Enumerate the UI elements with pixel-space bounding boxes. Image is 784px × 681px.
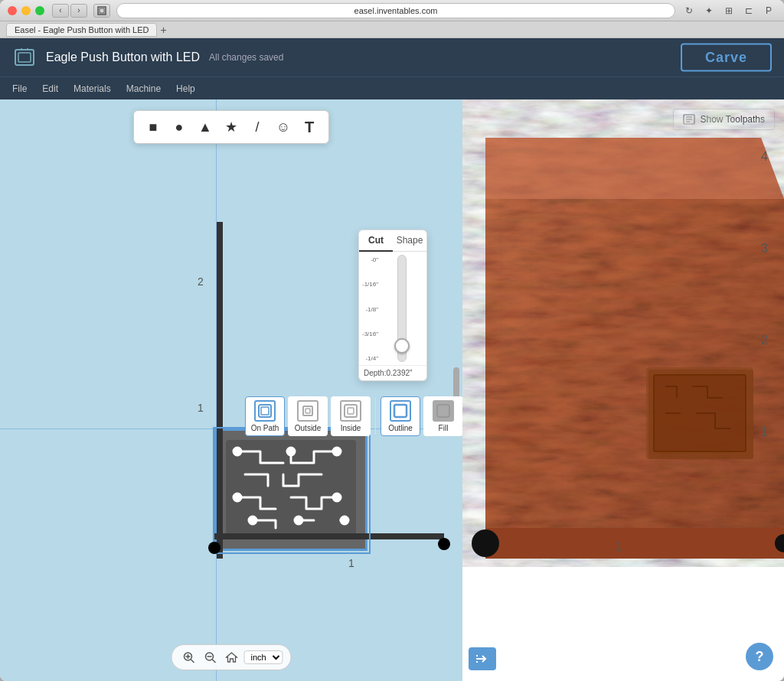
menu-materials[interactable]: Materials: [74, 83, 111, 94]
svg-rect-20: [348, 408, 354, 414]
tab-shape[interactable]: Shape: [393, 230, 426, 251]
drag-handle-right[interactable]: [438, 538, 450, 550]
layers-icon[interactable]: ⊞: [721, 3, 737, 18]
svg-rect-22: [437, 405, 449, 417]
outside-icon: [297, 400, 318, 422]
depth-slider[interactable]: [397, 255, 407, 362]
menu-file[interactable]: File: [12, 83, 27, 94]
maximize-button[interactable]: [35, 6, 44, 15]
path-btn-outline[interactable]: Outline: [381, 396, 420, 436]
transfer-button[interactable]: [469, 647, 496, 670]
minimize-button[interactable]: [21, 6, 31, 15]
on-path-label: On Path: [251, 424, 279, 432]
svg-line-24: [191, 660, 194, 663]
svg-point-10: [234, 494, 241, 501]
browser-tab[interactable]: Easel - Eagle Push Button with LED: [6, 23, 157, 37]
home-button[interactable]: [223, 648, 241, 666]
wood-3d-view: 4 3 2 1 1: [462, 99, 784, 635]
drag-handle-bottom[interactable]: [208, 542, 220, 554]
circuit-svg: [222, 436, 360, 543]
svg-point-9: [333, 448, 341, 455]
window-frame: ‹ › easel.inventables.com ↻ ✦ ⊞ ⊏ P Ease…: [0, 0, 784, 681]
path-selector: On Path Outside Inside: [245, 396, 462, 436]
svg-rect-19: [345, 405, 357, 417]
zoom-out-button[interactable]: [201, 648, 220, 666]
tab-cut[interactable]: Cut: [359, 230, 393, 252]
shape-line[interactable]: /: [246, 116, 269, 138]
shape-circle[interactable]: ●: [168, 116, 191, 138]
menu-machine[interactable]: Machine: [126, 83, 161, 94]
path-btn-fill[interactable]: Fill: [423, 396, 462, 436]
menu-edit[interactable]: Edit: [42, 83, 58, 94]
path-separator: [375, 398, 376, 435]
view-3d: Show Toolpaths: [462, 99, 784, 681]
forward-button[interactable]: ›: [70, 4, 87, 18]
new-tab-button[interactable]: +: [160, 24, 166, 36]
app-logo: [12, 45, 37, 70]
svg-marker-45: [485, 138, 784, 199]
svg-point-8: [287, 448, 295, 455]
project-title: Eagle Push Button with LED: [46, 51, 200, 64]
help-label: ?: [756, 649, 764, 665]
depth-row: Depth: 0.2392 ": [359, 365, 426, 380]
shape-rect[interactable]: ■: [142, 116, 165, 138]
path-btn-on-path[interactable]: On Path: [245, 396, 285, 436]
svg-rect-21: [394, 405, 407, 417]
svg-rect-16: [261, 407, 269, 415]
cut-panel-tabs: Cut Shape: [359, 230, 426, 252]
depth-slider-wrapper: -0" -1/16" -1/8" -3/16" -1/4": [359, 252, 426, 365]
help-button[interactable]: ?: [746, 643, 773, 670]
pinterest-icon[interactable]: P: [761, 3, 776, 18]
carve-button[interactable]: Carve: [681, 44, 772, 72]
unit-select[interactable]: inch mm: [244, 650, 283, 664]
tab-bar: Easel - Eagle Push Button with LED +: [0, 21, 784, 38]
zoom-in-button[interactable]: [180, 648, 198, 666]
traffic-lights: [8, 6, 44, 15]
reload-icon[interactable]: ↻: [681, 3, 697, 18]
circuit-shape[interactable]: [214, 428, 368, 551]
shape-star[interactable]: ★: [220, 116, 243, 138]
depth-unit: ": [410, 369, 413, 377]
share-icon[interactable]: ⊏: [741, 3, 756, 18]
outline-label: Outline: [388, 424, 413, 432]
depth-value: 0.2392: [386, 369, 410, 377]
svg-text:4: 4: [761, 150, 768, 163]
on-path-icon: [254, 400, 276, 422]
url-text: easel.inventables.com: [354, 6, 438, 15]
path-btn-outside[interactable]: Outside: [288, 396, 328, 436]
back-button[interactable]: ‹: [52, 4, 69, 18]
browser-toolbar: ↻ ✦ ⊞ ⊏ P: [681, 3, 776, 18]
tab-title: Easel - Eagle Push Button with LED: [15, 25, 149, 34]
svg-text:1: 1: [616, 540, 622, 553]
svg-point-11: [333, 494, 341, 501]
depth-label: Depth:: [364, 369, 386, 377]
nav-buttons: ‹ ›: [52, 4, 87, 18]
canvas-area[interactable]: ■ ● ▲ ★ / ☺ T 2 1 1: [0, 99, 462, 681]
menu-help[interactable]: Help: [176, 83, 195, 94]
svg-rect-17: [303, 406, 312, 415]
close-button[interactable]: [8, 6, 17, 15]
title-bar: ‹ › easel.inventables.com ↻ ✦ ⊞ ⊏ P: [0, 0, 784, 21]
window-mode-button[interactable]: [93, 4, 110, 18]
cut-panel: Cut Shape -0" -1/16" -1/8" -3/16" -1/4": [358, 230, 427, 381]
outside-label: Outside: [295, 424, 321, 432]
svg-line-28: [213, 660, 216, 663]
depth-thumb[interactable]: [394, 338, 410, 354]
svg-marker-30: [227, 653, 237, 662]
address-bar[interactable]: easel.inventables.com: [116, 3, 675, 18]
save-status: All changes saved: [209, 52, 283, 63]
svg-marker-49: [485, 528, 784, 559]
ruler-bar-vertical: [217, 222, 223, 559]
path-btn-inside[interactable]: Inside: [331, 396, 371, 436]
app-area: Eagle Push Button with LED All changes s…: [0, 38, 784, 681]
star-icon[interactable]: ✦: [701, 3, 717, 18]
shape-emoji[interactable]: ☺: [272, 116, 295, 138]
inside-label: Inside: [341, 424, 361, 432]
app-header: Eagle Push Button with LED All changes s…: [0, 38, 784, 77]
svg-rect-3: [18, 53, 31, 62]
svg-text:1: 1: [761, 425, 768, 438]
fill-label: Fill: [439, 424, 449, 432]
shape-triangle[interactable]: ▲: [194, 116, 217, 138]
inside-icon: [340, 400, 361, 422]
shape-text[interactable]: T: [298, 116, 321, 138]
